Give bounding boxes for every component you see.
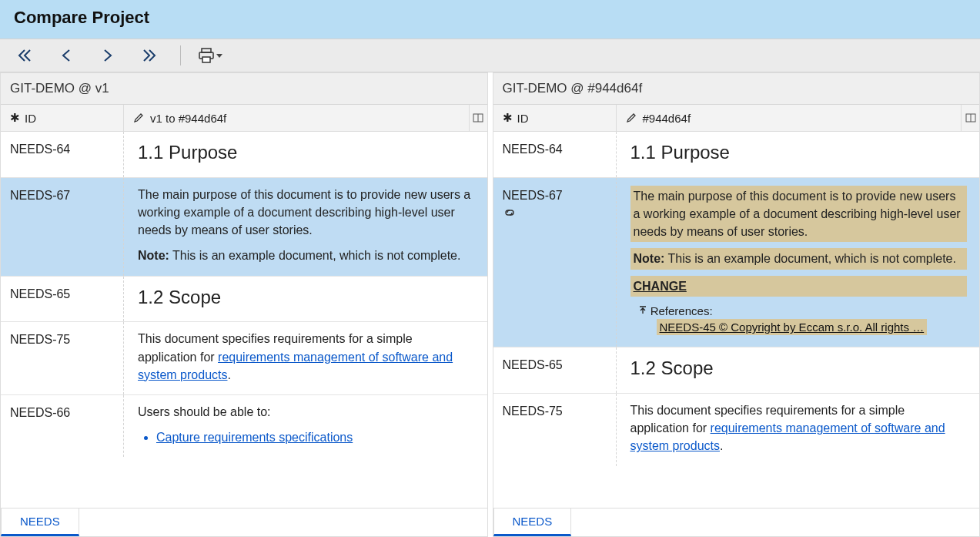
column-picker-button[interactable]	[961, 105, 979, 131]
table-row[interactable]: NEEDS-65 1.2 Scope	[1, 277, 487, 323]
table-row[interactable]: NEEDS-64 1.1 Purpose	[1, 132, 487, 178]
row-heading: 1.2 Scope	[138, 287, 221, 307]
list-item-link[interactable]: Capture requirements specifications	[156, 431, 353, 444]
caret-down-icon	[216, 54, 222, 58]
left-pane-header: GIT-DEMO @ v1	[1, 73, 487, 105]
note-text: This is an example document, which is no…	[668, 252, 956, 265]
pencil-icon	[133, 112, 144, 123]
note-text: This is an example document, which is no…	[172, 249, 460, 262]
page-title: Compare Project	[0, 0, 980, 39]
row-lead: Users should be able to:	[138, 403, 475, 421]
change-label: CHANGE	[634, 280, 687, 293]
row-heading: 1.1 Purpose	[630, 142, 730, 163]
row-id: NEEDS-67	[1, 178, 124, 276]
row-id: NEEDS-65	[1, 277, 124, 322]
table-row[interactable]: NEEDS-75 This document specifies require…	[1, 322, 487, 395]
toolbar	[0, 39, 980, 72]
tab-needs[interactable]: NEEDS	[1, 508, 79, 536]
right-grid-body[interactable]: NEEDS-64 1.1 Purpose NEEDS-67 The main p…	[493, 132, 980, 508]
id-col-label: ID	[517, 112, 529, 125]
left-tabs: NEEDS	[1, 508, 487, 536]
row-id: NEEDS-67	[493, 178, 617, 347]
table-row[interactable]: NEEDS-67 The main purpose of this docume…	[493, 178, 980, 347]
row-text-after: .	[720, 439, 723, 452]
table-row[interactable]: NEEDS-75 This document specifies require…	[493, 394, 980, 466]
link-icon	[503, 207, 607, 218]
row-id: NEEDS-75	[493, 394, 617, 466]
right-tabs: NEEDS	[493, 508, 980, 536]
desc-col-label: #944d64f	[643, 112, 691, 125]
right-grid-header: ✱ ID #944d64f	[493, 105, 980, 132]
left-pane: GIT-DEMO @ v1 ✱ ID v1 to #944d64f NEEDS-…	[0, 72, 488, 537]
left-grid-header: ✱ ID v1 to #944d64f	[1, 105, 487, 132]
tab-needs[interactable]: NEEDS	[493, 508, 572, 536]
left-grid-body[interactable]: NEEDS-64 1.1 Purpose NEEDS-67 The main p…	[1, 132, 487, 508]
id-col-label: ID	[25, 112, 36, 125]
row-id: NEEDS-65	[493, 347, 617, 393]
references-label: References:	[651, 304, 713, 317]
row-id: NEEDS-64	[493, 132, 617, 177]
row-heading: 1.1 Purpose	[138, 142, 237, 163]
asterisk-icon: ✱	[503, 111, 513, 125]
table-row[interactable]: NEEDS-67 The main purpose of this docume…	[1, 178, 487, 277]
note-label: Note:	[138, 249, 169, 262]
reference-link[interactable]: NEEDS-45 © Copyright by Eccam s.r.o. All…	[660, 321, 925, 334]
row-heading: 1.2 Scope	[630, 357, 714, 378]
prev-diff-button[interactable]	[52, 44, 80, 67]
pencil-icon	[626, 112, 637, 123]
row-text-after: .	[227, 368, 230, 381]
up-arrow-icon	[638, 306, 647, 315]
asterisk-icon: ✱	[10, 111, 20, 125]
toolbar-separator	[180, 45, 181, 65]
svg-rect-2	[202, 57, 210, 62]
last-diff-button[interactable]	[135, 44, 163, 67]
row-id: NEEDS-75	[1, 322, 124, 394]
table-row[interactable]: NEEDS-64 1.1 Purpose	[493, 132, 980, 178]
right-pane: GIT-DEMO @ #944d64f ✱ ID #944d64f NEEDS-…	[493, 72, 981, 537]
diff-body: The main purpose of this document is to …	[630, 186, 968, 243]
table-row[interactable]: NEEDS-66 Users should be able to: Captur…	[1, 395, 487, 457]
row-body: The main purpose of this document is to …	[138, 186, 475, 240]
print-button[interactable]	[198, 48, 222, 63]
first-diff-button[interactable]	[11, 44, 38, 67]
right-pane-header: GIT-DEMO @ #944d64f	[493, 73, 980, 105]
next-diff-button[interactable]	[94, 44, 122, 67]
row-id: NEEDS-64	[1, 132, 124, 177]
row-id: NEEDS-66	[1, 395, 124, 457]
desc-col-label: v1 to #944d64f	[150, 112, 226, 125]
note-label: Note:	[634, 252, 665, 265]
table-row[interactable]: NEEDS-65 1.2 Scope	[493, 347, 980, 394]
column-picker-button[interactable]	[469, 105, 487, 131]
